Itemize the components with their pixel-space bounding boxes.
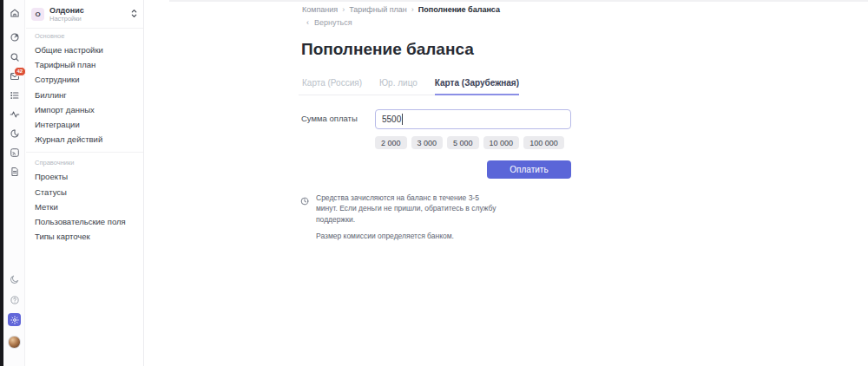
quick-amount-chip[interactable]: 5 000: [447, 136, 479, 149]
settings-gear-icon[interactable]: [8, 313, 21, 326]
main-content: Компания › Тарифный план › Пополнение ба…: [145, 0, 868, 366]
tab[interactable]: Карта (Зарубежная): [435, 78, 519, 95]
breadcrumb-separator-icon: ›: [342, 5, 345, 14]
sidebar-item[interactable]: Статусы: [35, 185, 135, 199]
sidebar-section-main: Основное Общие настройкиТарифный планСот…: [26, 29, 143, 152]
back-link[interactable]: ‹ Вернуться: [306, 18, 352, 27]
text-caret: [402, 114, 403, 125]
tab[interactable]: Карта (Россия): [302, 78, 362, 95]
mail-badge: 42: [14, 67, 26, 76]
quick-amount-chip[interactable]: 100 000: [523, 136, 564, 149]
compass-icon[interactable]: [3, 32, 25, 42]
quick-amount-chip[interactable]: 2 000: [375, 136, 407, 149]
sidebar-item[interactable]: Интеграции: [35, 117, 135, 132]
clock-icon: [300, 193, 309, 241]
quick-amount-chip[interactable]: 10 000: [483, 136, 520, 149]
section-label: Справочники: [35, 159, 135, 167]
breadcrumb-separator-icon: ›: [411, 5, 414, 14]
list-icon[interactable]: [3, 90, 25, 101]
dark-mode-moon-icon[interactable]: [3, 274, 25, 284]
back-label: Вернуться: [314, 18, 352, 27]
payment-tabs: Карта (Россия)Юр. лицоКарта (Зарубежная): [299, 78, 510, 95]
search-icon[interactable]: [3, 52, 25, 62]
sidebar-item[interactable]: Биллинг: [35, 88, 135, 102]
breadcrumb-current: Пополнение баланса: [418, 5, 500, 14]
crediting-note: Средства зачисляются на баланс в течение…: [316, 193, 496, 225]
chevron-left-icon: ‹: [306, 18, 309, 27]
sidebar-section-directories: Справочники ПроектыСтатусыМеткиПользоват…: [26, 152, 143, 249]
icon-rail: 42: [3, 0, 25, 366]
commission-note: Размер комиссии определяется банком.: [316, 231, 496, 241]
amount-input-wrap: [375, 109, 571, 129]
sidebar-item[interactable]: Пользовательские поля: [35, 214, 135, 229]
pay-button[interactable]: Оплатить: [487, 160, 571, 179]
app-window: 42 О О: [0, 0, 868, 366]
sidebar-item[interactable]: Тарифный план: [35, 57, 135, 72]
amount-label: Сумма оплаты: [301, 114, 358, 123]
home-icon[interactable]: [3, 8, 25, 18]
sidebar-item[interactable]: Типы карточек: [35, 229, 135, 244]
user-avatar[interactable]: [8, 336, 21, 349]
page-title: Пополнение баланса: [301, 40, 474, 59]
news-feed-icon[interactable]: [3, 147, 25, 158]
section-label: Основное: [35, 32, 135, 41]
tab[interactable]: Юр. лицо: [379, 78, 418, 95]
info-notes: Средства зачисляются на баланс в течение…: [300, 193, 496, 241]
sidebar-item[interactable]: Импорт данных: [35, 102, 135, 117]
quick-amount-chip[interactable]: 3 000: [411, 136, 444, 149]
amount-input[interactable]: [375, 109, 571, 129]
activity-icon[interactable]: [3, 109, 25, 120]
sidebar-item[interactable]: Общие настройки: [35, 42, 135, 57]
breadcrumb: Компания › Тарифный план › Пополнение ба…: [302, 5, 500, 14]
breadcrumb-item[interactable]: Компания: [302, 5, 338, 14]
company-switcher[interactable]: О Олдонис Настройки: [26, 0, 143, 29]
top-divider: [169, 0, 868, 2]
company-avatar: О: [31, 8, 44, 21]
breadcrumb-item[interactable]: Тарифный план: [349, 5, 407, 14]
sidebar-items-directories: ПроектыСтатусыМеткиПользовательские поля…: [35, 169, 135, 244]
sidebar-item[interactable]: Проекты: [35, 169, 135, 184]
company-subtitle: Настройки: [49, 15, 125, 23]
chevron-up-down-icon[interactable]: [130, 6, 138, 22]
company-name: Олдонис: [49, 6, 125, 15]
sidebar-items-main: Общие настройкиТарифный планСотрудникиБи…: [35, 42, 135, 147]
pie-chart-icon[interactable]: [3, 128, 25, 139]
help-icon[interactable]: [3, 295, 25, 305]
settings-sidebar: О Олдонис Настройки Основное Общие настр…: [26, 0, 144, 366]
sidebar-item[interactable]: Сотрудники: [35, 72, 135, 87]
document-icon[interactable]: [3, 167, 25, 177]
sidebar-item[interactable]: Метки: [35, 199, 135, 214]
quick-amounts: 2 0003 0005 00010 000100 000: [375, 136, 564, 149]
sidebar-item[interactable]: Журнал действий: [35, 132, 135, 147]
